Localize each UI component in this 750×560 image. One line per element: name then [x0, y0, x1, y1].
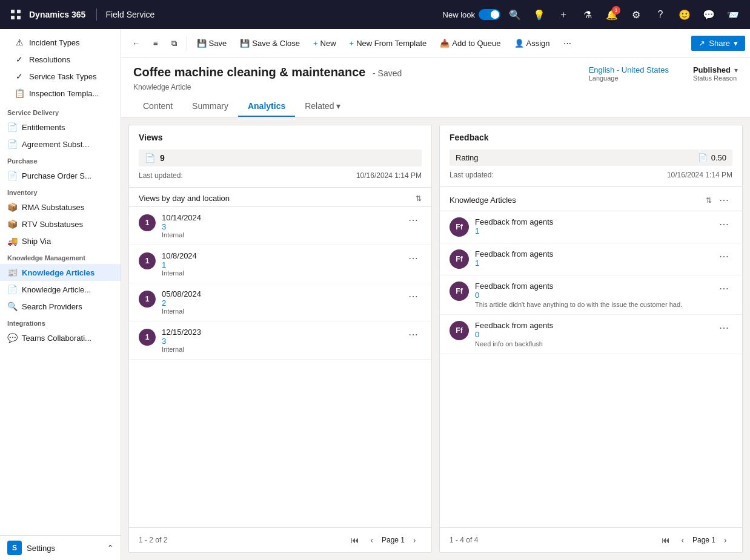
- assign-button[interactable]: 👤 Assign: [508, 36, 556, 50]
- vbd-title: Views by day and location: [139, 194, 230, 203]
- sidebar-item-agreement-subst[interactable]: 📄 Agreement Subst...: [0, 136, 121, 153]
- sidebar-item-inspection-templates[interactable]: 📋 Inspection Templa...: [7, 85, 113, 102]
- article-title: Coffee machine cleaning & maintenance: [133, 65, 365, 79]
- settings-expand-icon: ⌃: [107, 544, 113, 552]
- save-close-button[interactable]: 💾 Save & Close: [234, 36, 306, 50]
- feedback-next-page-button[interactable]: ›: [718, 533, 732, 547]
- vbd-views-2: 2: [162, 298, 399, 308]
- vbd-info-0: 10/14/2024 3 Internal: [162, 213, 399, 239]
- add-icon[interactable]: ＋: [554, 5, 573, 24]
- tab-analytics[interactable]: Analytics: [238, 96, 295, 117]
- more-button[interactable]: ⋯: [557, 36, 577, 50]
- article-language: English - United States: [589, 65, 669, 74]
- lightbulb-icon[interactable]: 💡: [529, 5, 549, 24]
- ka-item-menu-2[interactable]: ⋯: [715, 282, 732, 295]
- add-to-queue-button[interactable]: 📥 Add to Queue: [434, 36, 506, 50]
- sidebar-item-knowledge-article-s[interactable]: 📄 Knowledge Article...: [0, 281, 121, 298]
- sidebar-item-rma-substatuses[interactable]: 📦 RMA Substatuses: [0, 199, 121, 216]
- agreement-subst-icon: 📄: [7, 139, 17, 149]
- ka-avatar-1: Ff: [450, 249, 469, 269]
- notification-icon[interactable]: 🔔 1: [602, 5, 622, 24]
- sidebar-item-entitlements[interactable]: 📄 Entitlements: [0, 119, 121, 136]
- apps-icon[interactable]: [7, 6, 24, 23]
- feedback-prev-page-button[interactable]: ‹: [675, 533, 690, 547]
- feedback-first-page-button[interactable]: ⏮: [659, 533, 673, 547]
- sidebar-item-service-task-types[interactable]: ✓ Service Task Types: [7, 68, 113, 85]
- save-button[interactable]: 💾 Save: [191, 36, 233, 50]
- tab-content[interactable]: Content: [133, 96, 182, 117]
- share-label: Share: [709, 39, 730, 48]
- sidebar-item-search-providers[interactable]: 🔍 Search Providers: [0, 298, 121, 315]
- ka-avatar-0: Ff: [450, 217, 469, 237]
- ka-sort-icon[interactable]: ⇅: [706, 196, 712, 205]
- topbar-divider: [96, 8, 97, 21]
- ka-item-comment-3: Need info on backflush: [475, 340, 709, 348]
- sidebar: ⚠ Incident Types ✓ Resolutions ✓ Service…: [0, 29, 121, 560]
- article-saved-status: - Saved: [373, 68, 402, 78]
- tab-related[interactable]: Related ▾: [295, 96, 350, 117]
- sidebar-item-label: Knowledge Article...: [22, 285, 91, 294]
- expand-button[interactable]: ⧉: [165, 36, 183, 51]
- ka-item-menu-0[interactable]: ⋯: [715, 217, 732, 231]
- vbd-info-2: 05/08/2024 2 Internal: [162, 289, 399, 315]
- ka-item-menu-1[interactable]: ⋯: [715, 249, 732, 263]
- new-look-switch[interactable]: [479, 9, 500, 20]
- share-icon: ↗: [699, 39, 705, 48]
- ka-item-menu-3[interactable]: ⋯: [715, 321, 732, 335]
- knowledge-articles-section: Knowledge Articles ⇅ ⋯ Ff Feedback from …: [440, 187, 742, 527]
- share-button[interactable]: ↗ Share ▾: [691, 36, 745, 51]
- add-to-queue-label: Add to Queue: [452, 39, 500, 48]
- ka-info-2: Feedback from agents 0 This article didn…: [475, 282, 709, 308]
- vbd-menu-2[interactable]: ⋯: [405, 289, 422, 303]
- vbd-item-2: 1 05/08/2024 2 Internal ⋯: [129, 283, 431, 321]
- ka-avatar-2: Ff: [450, 282, 469, 301]
- sidebar-item-purchase-order[interactable]: 📄 Purchase Order S...: [0, 167, 121, 184]
- sidebar-item-incident-types[interactable]: ⚠ Incident Types: [7, 34, 113, 51]
- vbd-menu-0[interactable]: ⋯: [405, 213, 422, 227]
- vbd-circle-2: 1: [139, 291, 156, 308]
- sidebar-item-ship-via[interactable]: 🚚 Ship Via: [0, 232, 121, 249]
- feedback-title: Feedback: [450, 133, 732, 142]
- new-from-template-button[interactable]: + New From Template: [343, 36, 433, 50]
- back-button[interactable]: ←: [126, 36, 146, 50]
- views-last-updated-label: Last updated:: [139, 171, 183, 180]
- chat-icon[interactable]: 💬: [699, 5, 718, 24]
- settings-nav[interactable]: S Settings ⌃: [0, 535, 121, 560]
- search-icon[interactable]: 🔍: [505, 5, 525, 24]
- ship-via-icon: 🚚: [7, 236, 17, 246]
- list-view-button[interactable]: ≡: [147, 36, 164, 50]
- sidebar-item-teams-collaborati[interactable]: 💬 Teams Collaborati...: [0, 329, 121, 346]
- vbd-menu-3[interactable]: ⋯: [405, 328, 422, 341]
- assign-icon: 👤: [514, 39, 524, 48]
- sidebar-item-resolutions[interactable]: ✓ Resolutions: [7, 51, 113, 68]
- emoji-icon[interactable]: 🙂: [675, 5, 694, 24]
- vbd-date-1: 10/8/2024: [162, 251, 399, 260]
- tab-summary[interactable]: Summary: [182, 96, 238, 117]
- vbd-menu-1[interactable]: ⋯: [405, 251, 422, 265]
- sidebar-item-rtv-substatuses[interactable]: 📦 RTV Substatuses: [0, 216, 121, 232]
- help-icon[interactable]: ?: [651, 5, 670, 24]
- article-header: Coffee machine cleaning & maintenance - …: [121, 58, 750, 117]
- more-icon: ⋯: [563, 39, 571, 48]
- vbd-views-0: 3: [162, 222, 399, 231]
- knowledge-article-s-icon: 📄: [7, 285, 17, 294]
- views-next-page-button[interactable]: ›: [407, 533, 422, 547]
- views-first-page-button[interactable]: ⏮: [348, 533, 362, 547]
- ka-item-1: Ff Feedback from agents 1 ⋯: [440, 243, 742, 275]
- views-prev-page-button[interactable]: ‹: [365, 533, 379, 547]
- new-button[interactable]: + New: [307, 36, 342, 50]
- messages-icon[interactable]: 📨: [723, 5, 743, 24]
- new-look-toggle[interactable]: New look: [443, 9, 500, 20]
- feedback-section: Feedback Rating 📄 0.50 Last updated: 10/…: [440, 125, 742, 187]
- ka-item-3: Ff Feedback from agents 0 Need info on b…: [440, 315, 742, 354]
- filter-icon[interactable]: ⚗: [578, 5, 597, 24]
- vbd-sort-icon[interactable]: ⇅: [416, 194, 422, 203]
- sidebar-item-knowledge-articles[interactable]: 📰 Knowledge Articles: [0, 264, 121, 281]
- status-chevron-icon[interactable]: ▾: [734, 66, 738, 74]
- sidebar-item-label: Search Providers: [22, 302, 82, 311]
- save-icon: 💾: [197, 39, 207, 48]
- ka-header-menu[interactable]: ⋯: [715, 193, 732, 207]
- ka-avatar-3: Ff: [450, 321, 469, 340]
- feedback-pagination: 1 - 4 of 4 ⏮ ‹ Page 1 ›: [440, 527, 742, 552]
- settings-icon[interactable]: ⚙: [626, 5, 646, 24]
